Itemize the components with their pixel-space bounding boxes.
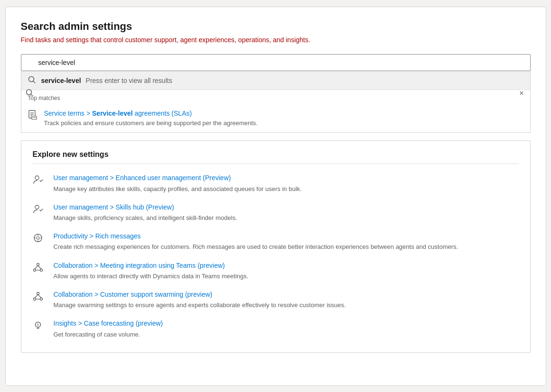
svg-point-13 — [37, 237, 39, 239]
setting-content-6: Insights > Case forecasting (preview) Ge… — [54, 319, 163, 338]
svg-point-11 — [35, 205, 39, 209]
svg-point-24 — [37, 292, 39, 294]
setting-desc-4: Allow agents to interact directly with D… — [54, 273, 249, 280]
page-title: Search admin settings — [21, 20, 531, 33]
svg-point-19 — [33, 269, 36, 271]
collaboration-icon-1 — [33, 262, 46, 275]
match-content: Service terms > Service-level agreements… — [44, 109, 258, 128]
setting-link-2[interactable]: User management > Skills hub (Preview) — [54, 203, 237, 211]
document-icon — [28, 110, 37, 123]
search-clear-button[interactable]: × — [517, 88, 525, 99]
setting-content-3: Productivity > Rich messages Create rich… — [54, 232, 458, 251]
setting-item-rich-messages: Productivity > Rich messages Create rich… — [33, 224, 519, 253]
setting-link-4[interactable]: Collaboration > Meeting integration usin… — [54, 261, 249, 270]
setting-item-meeting-integration: Collaboration > Meeting integration usin… — [33, 254, 519, 283]
svg-line-1 — [31, 94, 33, 96]
suggestion-hint: Press enter to view all results — [86, 77, 172, 84]
insights-icon — [33, 320, 46, 333]
svg-line-22 — [38, 265, 41, 269]
search-suggestion-row[interactable]: service-level Press enter to view all re… — [21, 71, 530, 90]
setting-content-4: Collaboration > Meeting integration usin… — [54, 261, 249, 281]
setting-item-skills-hub: User management > Skills hub (Preview) M… — [33, 195, 519, 224]
setting-content-2: User management > Skills hub (Preview) M… — [54, 203, 237, 222]
setting-item-swarming: Collaboration > Customer support swarmin… — [33, 283, 519, 311]
search-bar-container: × service-level Press enter to view all … — [21, 54, 531, 133]
svg-point-10 — [35, 176, 39, 180]
setting-content-1: User management > Enhanced user manageme… — [54, 173, 302, 193]
svg-point-25 — [33, 298, 36, 300]
top-matches-label: Top matches — [21, 90, 530, 104]
match-title-suffix: agreements (SLAs) — [133, 109, 192, 117]
explore-title: Explore new settings — [33, 150, 519, 164]
setting-content-5: Collaboration > Customer support swarmin… — [54, 290, 346, 310]
svg-line-28 — [38, 294, 41, 298]
search-dropdown: service-level Press enter to view all re… — [21, 71, 531, 133]
search-suggestion-icon — [28, 76, 36, 85]
suggestion-bold: service-level — [41, 77, 81, 84]
svg-line-27 — [35, 294, 38, 298]
main-container: Search admin settings Find tasks and set… — [5, 7, 546, 386]
svg-line-21 — [35, 265, 38, 269]
suggestion-text: service-level — [41, 77, 81, 84]
svg-point-34 — [37, 326, 38, 327]
setting-link-5[interactable]: Collaboration > Customer support swarmin… — [54, 290, 346, 299]
user-mgmt-icon-2 — [33, 204, 46, 217]
svg-point-18 — [37, 263, 39, 265]
user-mgmt-icon-1 — [33, 174, 46, 187]
setting-desc-2: Manage skills, proficiency scales, and i… — [54, 214, 237, 221]
explore-section: Explore new settings User management > E… — [21, 140, 531, 352]
setting-link-3[interactable]: Productivity > Rich messages — [54, 232, 458, 240]
collaboration-icon-2 — [33, 291, 46, 304]
match-title-highlight: Service-level — [92, 109, 133, 117]
svg-point-20 — [40, 269, 42, 271]
match-title-prefix: Service terms > — [44, 109, 93, 117]
svg-point-26 — [40, 298, 42, 300]
productivity-icon — [33, 233, 46, 246]
svg-line-3 — [33, 81, 35, 83]
setting-desc-3: Create rich messaging experiences for cu… — [54, 243, 458, 250]
match-desc: Track policies and ensure customers are … — [44, 119, 258, 128]
setting-desc-6: Get forecasting of case volume. — [54, 331, 140, 338]
setting-item-case-forecasting: Insights > Case forecasting (preview) Ge… — [33, 311, 519, 340]
setting-link-6[interactable]: Insights > Case forecasting (preview) — [54, 319, 163, 328]
search-icon-left — [26, 89, 33, 98]
page-subtitle: Find tasks and settings that control cus… — [21, 36, 531, 45]
top-match-item[interactable]: Service terms > Service-level agreements… — [21, 104, 530, 132]
setting-desc-1: Manage key attributes like skills, capac… — [54, 185, 302, 192]
setting-desc-5: Manage swarming settings to ensure agent… — [54, 301, 346, 309]
match-title: Service terms > Service-level agreements… — [44, 109, 258, 118]
search-input[interactable] — [21, 54, 531, 71]
setting-item-enhanced-user-mgmt: User management > Enhanced user manageme… — [33, 166, 519, 195]
setting-link-1[interactable]: User management > Enhanced user manageme… — [54, 173, 302, 182]
